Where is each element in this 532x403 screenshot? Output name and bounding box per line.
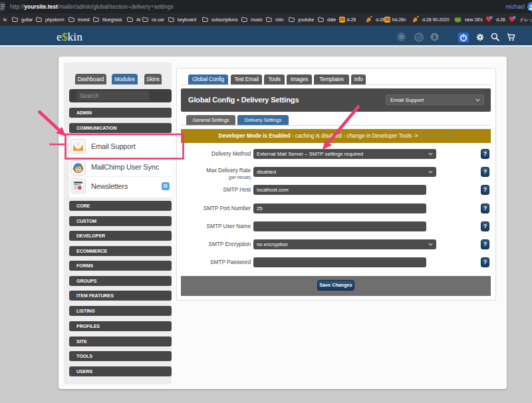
svg-text:@: @ — [416, 34, 422, 41]
